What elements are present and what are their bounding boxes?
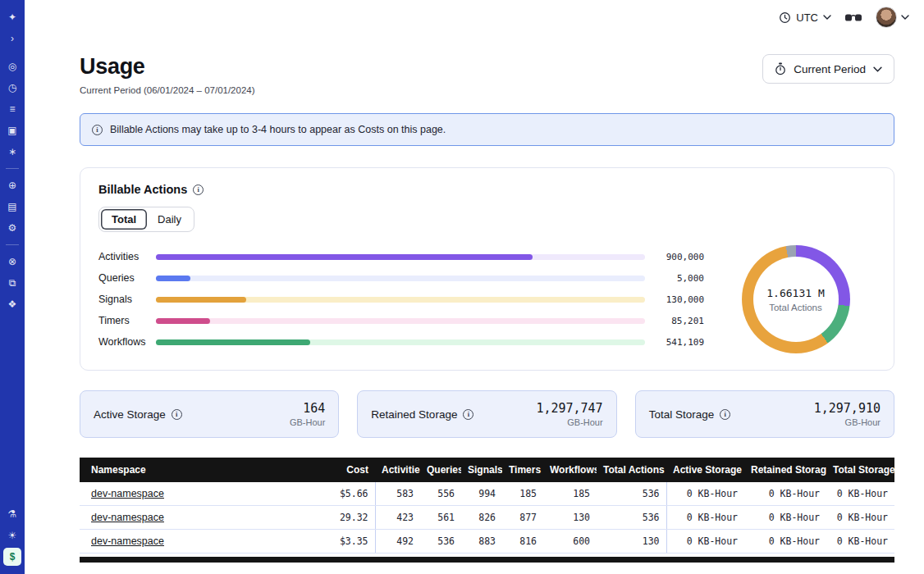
schedules-icon[interactable]: ◷ (3, 79, 21, 97)
namespace-usage-table: NamespaceCostActivitiesQueriesSignalsTim… (80, 458, 894, 554)
col-header: Signals (461, 458, 502, 482)
bar-label: Timers (98, 315, 156, 326)
bar-fill (156, 318, 210, 324)
limits-icon[interactable]: ⊗ (3, 253, 21, 271)
billable-tabs: TotalDaily (98, 207, 194, 232)
table-cell: 29.32 (318, 506, 375, 530)
table-cell: 0 KB-Hour (744, 530, 826, 554)
info-icon (92, 125, 103, 135)
topbar: UTC (25, 0, 924, 34)
storage-summary-row: Active Storage 164 GB-Hour Retained Stor… (80, 390, 894, 438)
namespace-link[interactable]: dev-namespace (91, 512, 164, 523)
bar-track (156, 318, 645, 324)
info-icon[interactable] (463, 409, 473, 420)
theme-sun-icon[interactable]: ☀ (3, 526, 21, 544)
bar-fill (156, 297, 246, 303)
info-banner: Billable Actions may take up to 3-4 hour… (80, 113, 894, 146)
usage-page: Usage Current Period (06/01/2024 – 07/01… (25, 34, 924, 563)
bar-label: Workflows (98, 336, 156, 348)
temporal-logo-icon[interactable]: ✦ (3, 8, 21, 26)
total-actions-donut-chart: 1.66131 M Total Actions (742, 245, 850, 353)
clock-icon (779, 11, 791, 24)
docs-icon[interactable]: ⧉ (3, 274, 21, 292)
storage-card: Retained Storage 1,297,747 GB-Hour (357, 390, 616, 438)
table-cell: 883 (461, 530, 502, 554)
bar-label: Signals (98, 294, 156, 305)
namespace-link[interactable]: dev-namespace (91, 488, 164, 499)
settings-gear-icon[interactable]: ⚙ (3, 219, 21, 237)
page-subtitle: Current Period (06/01/2024 – 07/01/2024) (80, 85, 255, 95)
period-dropdown-label: Current Period (794, 63, 866, 75)
bar-row: Workflows 541,109 (98, 336, 704, 348)
bar-label: Activities (98, 251, 156, 262)
table-cell: 0 KB-Hour (744, 482, 826, 506)
col-header: Cost (318, 458, 375, 482)
main-area: UTC Usage Current Period (06/01/2024 – 0… (25, 0, 924, 563)
table-cell: 492 (375, 530, 420, 554)
getting-started-icon[interactable]: ❖ (3, 295, 21, 313)
table-cell: 0 KB-Hour (826, 530, 894, 554)
table-row: dev-namespace$5.665835569941851855360 KB… (80, 482, 894, 506)
tab-total[interactable]: Total (101, 209, 147, 230)
stopwatch-icon (775, 62, 786, 75)
namespace-usage-table-wrap: NamespaceCostActivitiesQueriesSignalsTim… (80, 458, 894, 563)
period-dropdown-button[interactable]: Current Period (762, 54, 894, 84)
chevron-down-icon (901, 15, 909, 20)
bar-track (156, 254, 645, 260)
donut-center-value: 1.66131 M (766, 287, 824, 299)
col-header: Workflows (543, 458, 597, 482)
table-cell: 185 (502, 482, 543, 506)
col-header: Active Storage (666, 458, 744, 482)
bar-label: Queries (98, 272, 156, 284)
storage-card-label: Retained Storage (371, 408, 473, 421)
collapse-chevron-icon[interactable]: › (3, 30, 21, 48)
sidebar-divider (6, 168, 19, 169)
table-cell: 0 KB-Hour (826, 506, 894, 530)
billing-icon[interactable]: ▤ (3, 198, 21, 216)
bar-fill (156, 276, 190, 281)
bar-value: 5,000 (655, 273, 704, 284)
nexus-icon[interactable]: ∗ (3, 143, 21, 161)
info-icon[interactable] (172, 409, 182, 420)
table-cell: 0 KB-Hour (666, 506, 744, 530)
timezone-selector[interactable]: UTC (779, 11, 831, 24)
billable-actions-card: Billable Actions TotalDaily Activities 9… (80, 167, 894, 371)
storage-card-unit: GB-Hour (290, 417, 325, 427)
account-menu[interactable] (876, 7, 909, 28)
donut-center-label: Total Actions (769, 303, 822, 312)
info-icon[interactable] (193, 184, 204, 195)
deployments-icon[interactable]: ≡ (3, 100, 21, 118)
labs-flask-icon[interactable]: ⚗ (3, 505, 21, 523)
namespaces-icon[interactable]: ◎ (3, 57, 21, 75)
table-cell: 556 (420, 482, 461, 506)
col-header: Retained Storage (744, 458, 826, 482)
storage-card-label: Total Storage (649, 408, 731, 421)
table-cell: 536 (420, 530, 461, 554)
usage-dollar-icon[interactable]: $ (3, 548, 21, 566)
col-header: Namespace (80, 458, 318, 482)
namespace-link[interactable]: dev-namespace (91, 535, 164, 547)
sidebar-divider (6, 244, 19, 245)
table-cell: 583 (375, 482, 420, 506)
bar-row: Timers 85,201 (98, 315, 704, 327)
billable-actions-title: Billable Actions (98, 183, 187, 196)
support-glasses-icon[interactable] (844, 12, 862, 23)
col-header: Activities (375, 458, 420, 482)
col-header: Queries (420, 458, 461, 482)
table-cell: dev-namespace (80, 506, 318, 530)
batch-icon[interactable]: ▣ (3, 121, 21, 139)
info-icon[interactable] (720, 409, 730, 420)
table-cell: 994 (461, 482, 502, 506)
table-cell: dev-namespace (80, 482, 318, 506)
chevron-down-icon (823, 15, 831, 20)
storage-card-label: Active Storage (94, 408, 182, 421)
storage-card-unit: GB-Hour (536, 417, 602, 427)
bar-value: 541,109 (655, 337, 704, 348)
table-cell: 185 (543, 482, 597, 506)
bar-track (156, 276, 645, 281)
col-header: Timers (502, 458, 543, 482)
table-row: dev-namespace$3.354925368838166001300 KB… (80, 530, 894, 554)
table-cell: 536 (597, 506, 666, 530)
regions-icon[interactable]: ⊕ (3, 176, 21, 194)
tab-daily[interactable]: Daily (147, 209, 192, 230)
